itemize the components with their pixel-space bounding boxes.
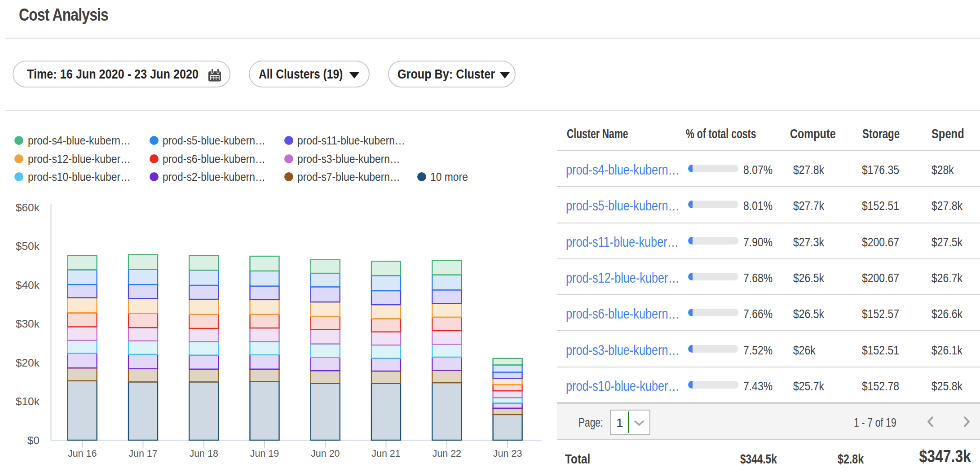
svg-text:Jun 21: Jun 21 xyxy=(371,448,401,459)
svg-text:Jun 22: Jun 22 xyxy=(433,448,462,459)
svg-text:Jun 16: Jun 16 xyxy=(68,448,97,459)
svg-text:Jun 20: Jun 20 xyxy=(311,448,340,459)
svg-text:Jun 17: Jun 17 xyxy=(128,448,158,459)
svg-text:$30k: $30k xyxy=(16,318,40,330)
svg-text:$20k: $20k xyxy=(16,357,40,369)
svg-text:Jun 23: Jun 23 xyxy=(493,448,522,459)
svg-text:$0: $0 xyxy=(27,434,40,446)
svg-text:$10k: $10k xyxy=(16,395,40,407)
svg-text:$50k: $50k xyxy=(16,240,40,252)
svg-text:Jun 18: Jun 18 xyxy=(189,448,218,459)
svg-text:Jun 19: Jun 19 xyxy=(250,448,279,459)
svg-text:$60k: $60k xyxy=(16,201,40,214)
svg-text:$40k: $40k xyxy=(16,279,40,291)
